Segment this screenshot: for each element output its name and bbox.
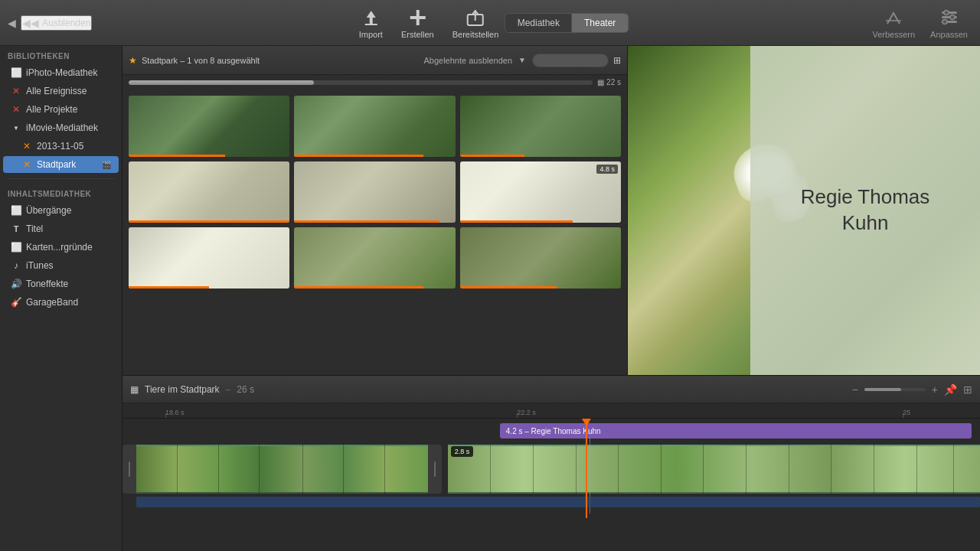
- preview-title-line1: Regie Thomas: [801, 185, 930, 208]
- transitions-icon: ⬜: [11, 205, 21, 216]
- star-icon: ★: [129, 55, 137, 66]
- zoom-slider[interactable]: [864, 388, 926, 391]
- ruler-mark-3: 25: [903, 409, 910, 416]
- thumbnail-6[interactable]: 4.8 s: [460, 161, 621, 223]
- thumb-bar-7: [129, 286, 209, 289]
- date-icon: ✕: [21, 141, 32, 152]
- adjust-icon: [939, 7, 960, 28]
- sidebar-item-date[interactable]: ✕ 2013-11-05: [3, 138, 119, 155]
- projects-icon: ✕: [11, 104, 21, 115]
- share-button[interactable]: Bereitstellen: [452, 7, 499, 39]
- iphoto-label: iPhoto-Mediathek: [26, 67, 97, 78]
- expand-icon[interactable]: ⊞: [963, 383, 972, 396]
- browser-panel: ★ Stadtpark – 1 von 8 ausgewählt Abgeleh…: [122, 46, 628, 375]
- browser-progress: ▦ 22 s: [122, 75, 627, 90]
- browser-grid: 4.8 s: [122, 90, 627, 375]
- audio-track-row: [122, 497, 980, 507]
- svg-marker-0: [366, 11, 375, 18]
- garageband-icon: 🎸: [11, 297, 21, 308]
- garageband-label: GarageBand: [26, 297, 78, 308]
- ausblenden-label: Ausblenden: [42, 18, 90, 28]
- browser-search-input[interactable]: [532, 54, 609, 67]
- transitions-label: Übergänge: [26, 205, 71, 216]
- timeline-film-icon: ▦: [130, 384, 139, 395]
- hide-rejected-button[interactable]: Abgelehnte ausblenden: [423, 56, 512, 65]
- thumb-bar-9: [460, 286, 557, 289]
- dropdown-icon[interactable]: ▼: [518, 56, 526, 64]
- thumb-bar-4: [129, 220, 289, 223]
- thumb-img-2: [294, 96, 455, 157]
- svg-point-10: [944, 10, 949, 15]
- thumbnail-5[interactable]: [294, 161, 455, 223]
- first-clip[interactable]: [136, 445, 428, 494]
- ausblenden-button[interactable]: ◀◀ Ausblenden: [21, 15, 92, 31]
- timeline-ruler: 18.6 s 22.2 s 25: [122, 403, 980, 419]
- thumbnail-4[interactable]: [129, 161, 289, 223]
- iphoto-icon: ⬜: [11, 67, 21, 78]
- sidebar-item-iphoto[interactable]: ⬜ iPhoto-Mediathek: [3, 64, 119, 81]
- date-label: 2013-11-05: [37, 141, 83, 152]
- thumb-bar-1: [129, 155, 225, 157]
- improve-icon: [883, 7, 904, 28]
- theater-button[interactable]: Theater: [572, 14, 628, 32]
- improve-label: Verbessern: [872, 30, 915, 39]
- stadtpark-label: Stadtpark: [37, 159, 76, 170]
- view-mode-control: Mediathek Theater: [505, 13, 629, 33]
- audio-track[interactable]: [136, 497, 980, 507]
- events-icon: ✕: [11, 86, 21, 96]
- grid-view-button[interactable]: ⊞: [613, 55, 621, 66]
- ruler-mark-2: 22.2 s: [517, 409, 536, 416]
- thumb-img-5: [294, 161, 455, 223]
- media-section-label: INHALTSMEDIATHEK: [0, 184, 122, 201]
- thumbnail-1[interactable]: [129, 96, 289, 157]
- adjust-button[interactable]: Anpassen: [930, 7, 968, 39]
- second-clip[interactable]: 2.8 s: [448, 445, 980, 494]
- thumbnail-2[interactable]: [294, 96, 455, 157]
- toolbar-right: Verbessern Anpassen: [872, 7, 968, 39]
- svg-point-12: [942, 19, 947, 24]
- imovie-icon: ▼: [11, 122, 21, 133]
- sidebar-item-maps[interactable]: ⬜ Karten...rgründe: [3, 239, 119, 256]
- thumb-img-3: [460, 96, 621, 157]
- thumb-img-9: [460, 227, 621, 289]
- browser-title: Stadtpark – 1 von 8 ausgewählt: [142, 56, 419, 65]
- browser-title-text: Stadtpark: [142, 56, 178, 65]
- clip-right-handle[interactable]: [428, 445, 442, 494]
- browser-toolbar: ★ Stadtpark – 1 von 8 ausgewählt Abgeleh…: [122, 46, 627, 75]
- svg-rect-4: [410, 16, 425, 19]
- title-clip[interactable]: 4.2 s – Regie Thomas Kuhn: [500, 423, 972, 439]
- sidebar-item-stadtpark[interactable]: ✕ Stadtpark 🎬: [3, 156, 119, 173]
- sidebar-item-titles[interactable]: T Titel: [3, 220, 119, 237]
- sidebar-item-transitions[interactable]: ⬜ Übergänge: [3, 202, 119, 219]
- timeline-title: Tiere im Stadtpark: [145, 384, 220, 395]
- sidebar-item-effects[interactable]: 🔊 Toneffekte: [3, 276, 119, 292]
- preview-panel: Regie Thomas Kuhn: [628, 46, 980, 375]
- clip-left-handle[interactable]: [122, 445, 136, 494]
- titles-icon: T: [11, 223, 21, 234]
- create-button[interactable]: Erstellen: [401, 7, 434, 39]
- duration-value: 22 s: [606, 78, 621, 86]
- zoom-out-icon[interactable]: −: [852, 383, 858, 396]
- import-button[interactable]: Import: [359, 7, 383, 39]
- thumbnail-9[interactable]: [460, 227, 621, 289]
- mediathek-button[interactable]: Mediathek: [505, 14, 572, 32]
- maps-label: Karten...rgründe: [26, 242, 93, 253]
- thumbnail-3[interactable]: [460, 96, 621, 157]
- timeline-toolbar: ▦ Tiere im Stadtpark – 26 s − + 📌 ⊞: [122, 376, 980, 403]
- share-label: Bereitstellen: [452, 30, 499, 39]
- sidebar-item-itunes[interactable]: ♪ iTunes: [3, 257, 119, 274]
- create-icon: [407, 7, 428, 28]
- duration-label: ▦ 22 s: [597, 78, 621, 86]
- sidebar-item-all-projects[interactable]: ✕ Alle Projekte: [3, 101, 119, 118]
- preview-title-text: Regie Thomas Kuhn: [801, 184, 930, 236]
- thumbnail-7[interactable]: [129, 227, 289, 289]
- sidebar-item-imovie[interactable]: ▼ iMovie-Mediathek: [3, 119, 119, 136]
- pin-icon[interactable]: 📌: [944, 383, 957, 396]
- sidebar-item-all-events[interactable]: ✕ Alle Ereignisse: [3, 83, 119, 99]
- improve-button[interactable]: Verbessern: [872, 7, 915, 39]
- sidebar-item-garageband[interactable]: 🎸 GarageBand: [3, 294, 119, 311]
- zoom-in-icon[interactable]: +: [932, 383, 938, 396]
- all-events-label: Alle Ereignisse: [26, 86, 87, 96]
- thumb-bar-8: [294, 286, 423, 289]
- thumbnail-8[interactable]: [294, 227, 455, 289]
